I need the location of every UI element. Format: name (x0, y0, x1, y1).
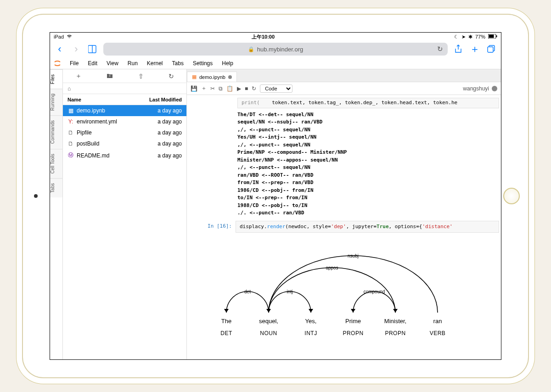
refresh-icon[interactable]: ↻ (169, 73, 174, 80)
tab-title: demo.ipynb (199, 74, 225, 80)
wifi-icon (67, 34, 72, 39)
new-tab-button[interactable]: ＋ (469, 43, 481, 55)
clock: 上午10:00 (252, 34, 275, 40)
side-tab-tabs[interactable]: Tabs (50, 178, 62, 197)
home-icon[interactable]: ⌂ (67, 85, 71, 92)
copy-icon[interactable]: ⧉ (219, 85, 223, 92)
username: wangshuyi (463, 85, 489, 92)
side-tab-cell-tools[interactable]: Cell Tools (50, 149, 62, 178)
file-row[interactable]: 🗋Pipfilea day ago (63, 127, 186, 138)
code-cell[interactable]: In [16]: displacy.render(newdoc, style='… (207, 221, 499, 233)
file-icon: 🗋 (67, 129, 74, 136)
share-button[interactable] (452, 43, 464, 55)
device-label: iPad (54, 34, 64, 39)
dep-token: Yes, (290, 317, 332, 326)
svg-rect-4 (488, 47, 493, 52)
file-modified: a day ago (157, 140, 182, 147)
menu-run[interactable]: Run (124, 59, 142, 68)
dep-token: The (205, 317, 247, 326)
file-icon: 🗋 (67, 140, 74, 147)
code-input[interactable]: displacy.render(newdoc, style='dep', jup… (236, 221, 499, 233)
menu-file[interactable]: File (66, 59, 83, 68)
back-button[interactable]: ‹ (54, 43, 66, 55)
upload-icon[interactable]: ⇧ (138, 73, 144, 80)
file-name: environment.yml (77, 118, 117, 125)
run-icon[interactable]: ▶ (237, 85, 241, 92)
svg-text:intj: intj (287, 289, 293, 294)
svg-text:appos: appos (326, 265, 338, 270)
battery-icon (488, 34, 497, 39)
side-tab-running[interactable]: Running (50, 89, 62, 115)
file-icon: Y: (67, 118, 74, 125)
menu-kernel[interactable]: Kernel (143, 59, 167, 68)
file-name: Pipfile (77, 129, 92, 136)
bookmarks-button[interactable] (87, 43, 99, 55)
file-row[interactable]: ▦demo.ipynba day ago (63, 105, 186, 116)
menu-tabs[interactable]: Tabs (168, 59, 188, 68)
file-row[interactable]: 🗋postBuilda day ago (63, 138, 186, 149)
forward-button[interactable]: › (70, 43, 82, 55)
input-prompt: In [16]: (207, 221, 236, 233)
home-button[interactable] (503, 188, 520, 204)
kernel-status-icon (492, 86, 497, 91)
ios-status-bar: iPad 上午10:00 ☾ ➤ ✱ 77% (50, 33, 501, 41)
document-tab[interactable]: ▦ demo.ipynb (187, 72, 237, 82)
side-tab-files[interactable]: Files (50, 69, 62, 89)
svg-rect-2 (496, 35, 497, 37)
displacy-output: detintjcompoundapposnsubj TheDETsequel,N… (205, 239, 501, 340)
side-tab-commands[interactable]: Commands (50, 115, 62, 148)
side-tab-bar: FilesRunningCommandsCell ToolsTabs (50, 69, 63, 359)
reload-icon[interactable]: ↻ (437, 45, 443, 53)
dep-pos: NOUN (247, 329, 290, 337)
notebook-icon: ▦ (192, 74, 197, 80)
svg-text:compound: compound (364, 289, 385, 294)
file-icon: ▦ (67, 107, 74, 114)
menu-edit[interactable]: Edit (84, 59, 101, 68)
paste-icon[interactable]: 📋 (226, 85, 233, 92)
cell-type-select[interactable]: Code (260, 84, 292, 93)
save-icon[interactable]: 💾 (191, 85, 197, 92)
tabs-button[interactable] (485, 43, 497, 55)
cut-icon[interactable]: ✂ (210, 85, 215, 92)
dep-pos: INTJ (290, 329, 332, 337)
file-modified: a day ago (157, 152, 182, 159)
dep-token: sequel, (247, 317, 290, 326)
svg-text:+: + (109, 74, 111, 78)
safari-toolbar: ‹ › 🔒 hub.mybinder.org ↻ ＋ (50, 41, 501, 57)
file-modified: a day ago (157, 118, 182, 125)
file-name: demo.ipynb (77, 107, 105, 114)
file-icon: Ⓜ (67, 151, 74, 159)
url-bar[interactable]: 🔒 hub.mybinder.org ↻ (103, 43, 448, 56)
bluetooth-icon: ✱ (468, 34, 472, 40)
col-modified[interactable]: Last Modified (149, 97, 182, 102)
file-row[interactable]: ⓂREADME.mda day ago (63, 149, 186, 162)
new-folder-icon[interactable]: + (107, 73, 113, 80)
menu-view[interactable]: View (102, 59, 123, 68)
dep-pos: PROPN (332, 329, 374, 337)
battery-percent: 77% (475, 34, 485, 39)
svg-rect-1 (489, 35, 494, 38)
dep-pos: DET (205, 329, 247, 337)
menu-help[interactable]: Help (218, 59, 237, 68)
lock-icon: 🔒 (248, 46, 254, 52)
dep-pos: VERB (416, 329, 459, 337)
stop-icon[interactable]: ■ (245, 85, 248, 92)
svg-text:nsubj: nsubj (348, 253, 359, 258)
url-text: hub.mybinder.org (257, 46, 303, 53)
restart-icon[interactable]: ↻ (252, 85, 256, 92)
moon-icon: ☾ (454, 34, 459, 40)
dep-token: Prime (332, 317, 374, 326)
notebook-toolbar: 💾 ＋ ✂ ⧉ 📋 ▶ ■ ↻ Code wangshuyi (187, 82, 501, 95)
col-name[interactable]: Name (67, 97, 81, 102)
file-name: postBuild (77, 140, 99, 147)
file-modified: a day ago (157, 107, 182, 114)
cell-output: The/DT <--det-- sequel/NN sequel/NN <--n… (237, 111, 501, 217)
file-row[interactable]: Y:environment.ymla day ago (63, 116, 186, 127)
menu-settings[interactable]: Settings (189, 59, 217, 68)
file-name: README.md (77, 152, 109, 159)
add-cell-icon[interactable]: ＋ (201, 84, 207, 92)
file-modified: a day ago (157, 129, 182, 136)
jupyter-menu-bar: FileEditViewRunKernelTabsSettingsHelp (50, 57, 501, 69)
new-file-icon[interactable]: ＋ (75, 72, 82, 80)
file-browser: ＋ + ⇧ ↻ ⌂ Name Last Modified ▦demo.ipynb… (63, 69, 187, 359)
